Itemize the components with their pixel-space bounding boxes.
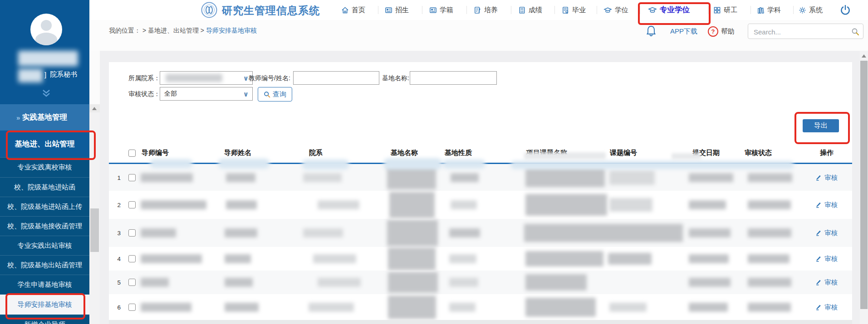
- sidebar: ] 院系秘书 » 实践基地管理 ⌄ 基地进、出站管理 专业实践离校审核 校、院级…: [0, 0, 89, 324]
- nav-item-status[interactable]: 学籍: [429, 0, 453, 20]
- sidebar-scrollbar-thumb[interactable]: [90, 208, 99, 252]
- row-checkbox[interactable]: [128, 255, 136, 262]
- sidebar-item-entry-letter[interactable]: 校、院级基地进站函: [0, 177, 89, 197]
- nav-divider: [750, 6, 751, 14]
- breadcrumb-separator: >: [201, 27, 204, 34]
- sidebar-item-entry-letter-upload[interactable]: 校、院级基地进站函上传: [0, 197, 89, 216]
- gear-icon: [799, 6, 806, 14]
- redacted-department-value: [166, 74, 222, 82]
- edit-pencil-icon: [815, 202, 822, 208]
- table-row: 3 审核: [109, 219, 852, 247]
- col-base-type: 基地性质: [445, 149, 472, 157]
- sidebar-item-add-enterprise-mentor[interactable]: 新增企业导师: [0, 314, 89, 324]
- edit-pencil-icon: [815, 230, 822, 237]
- col-actions: 操作: [820, 149, 834, 157]
- nav-item-graduation[interactable]: 毕业: [562, 0, 586, 20]
- review-link[interactable]: 审核: [815, 174, 838, 182]
- nav-item-system[interactable]: 系统: [799, 0, 823, 20]
- teacher-label: 教师编号/姓名:: [249, 71, 290, 85]
- nav-item-grades[interactable]: 成绩: [518, 0, 542, 20]
- query-button[interactable]: 查询: [258, 87, 292, 102]
- redacted-overlay: [672, 153, 701, 160]
- col-project-id: 课题编号: [610, 149, 637, 157]
- horizontal-scrollbar[interactable]: [109, 320, 852, 324]
- avatar[interactable]: [30, 14, 62, 45]
- app-window: 研究生管理信息系统 首页 招生 学籍 培养 成绩 毕业 学位 专业学位 研: [0, 0, 868, 324]
- nav-divider: [640, 6, 640, 14]
- row-number: 6: [113, 304, 121, 311]
- sidebar-item-leave-school-review[interactable]: 专业实践离校审核: [0, 157, 89, 177]
- sidebar-item-exit-letter[interactable]: 校、院级基地出站函管理: [0, 255, 89, 275]
- redacted-user-unit: [18, 69, 43, 82]
- nav-item-degree[interactable]: 学位: [603, 0, 628, 20]
- nav-divider: [554, 6, 555, 14]
- row-number: 2: [113, 202, 121, 208]
- nav-item-student-affairs[interactable]: 研工: [713, 0, 737, 20]
- breadcrumb-prefix: 我的位置：: [109, 27, 141, 34]
- search-input[interactable]: [753, 25, 850, 38]
- scroll-up-arrow[interactable]: [860, 52, 868, 59]
- breadcrumb-item-parent[interactable]: 基地进、出站管理: [148, 27, 199, 34]
- row-checkbox[interactable]: [128, 304, 136, 311]
- status-select[interactable]: 全部 ∨: [160, 87, 253, 101]
- grad-cap-icon: [603, 6, 612, 14]
- col-mentor-id: 导师编号: [142, 149, 169, 157]
- sidebar-item-mentor-arrange-review[interactable]: 导师安排基地审核: [0, 295, 89, 314]
- breadcrumb: 我的位置： > 基地进、出站管理 > 导师安排基地审核: [109, 27, 257, 35]
- nav-item-home[interactable]: 首页: [341, 0, 365, 20]
- table-row: 2 审核: [109, 191, 852, 219]
- nav-item-professional-degree[interactable]: 专业学位: [648, 0, 690, 20]
- card-icon: [385, 6, 392, 14]
- chevron-double-down-icon[interactable]: [40, 89, 52, 98]
- edit-pencil-icon: [815, 279, 822, 286]
- review-link[interactable]: 审核: [815, 278, 838, 287]
- main-scrollbar-thumb[interactable]: [860, 61, 868, 309]
- table-header: 导师编号 导师姓名 院系 基地名称 基地性质 项目课题名称 课题编号 提交日期 …: [109, 144, 852, 163]
- nav-item-discipline[interactable]: 学科: [757, 0, 781, 20]
- review-link[interactable]: 审核: [815, 303, 838, 312]
- sidebar-group-practice-base[interactable]: » 实践基地管理: [0, 104, 89, 131]
- review-link[interactable]: 审核: [815, 255, 838, 263]
- sidebar-item-exit-review[interactable]: 专业实践出站审核: [0, 236, 89, 255]
- sidebar-item-acceptance-letter[interactable]: 校、院级基地接收函管理: [0, 216, 89, 236]
- review-link[interactable]: 审核: [815, 201, 838, 209]
- row-checkbox[interactable]: [128, 229, 136, 237]
- scroll-up-arrow[interactable]: [89, 104, 100, 112]
- row-checkbox[interactable]: [128, 201, 136, 208]
- grid-icon: [713, 6, 721, 14]
- table-row: 4 审核: [109, 247, 852, 271]
- bell-icon[interactable]: [646, 25, 657, 37]
- sidebar-group-base-in-out[interactable]: ⌄ 基地进、出站管理: [0, 131, 89, 157]
- redacted-user-name: [18, 51, 78, 66]
- export-button[interactable]: 导出: [803, 119, 839, 132]
- row-checkbox[interactable]: [128, 174, 136, 181]
- search-icon[interactable]: [851, 28, 859, 36]
- help-link[interactable]: ? 帮助: [708, 26, 735, 37]
- nav-divider: [422, 6, 422, 14]
- grad-cap-icon: [648, 6, 657, 14]
- power-icon[interactable]: [839, 4, 851, 16]
- nav-divider: [597, 6, 597, 14]
- teacher-input[interactable]: [293, 71, 379, 85]
- sidebar-item-student-apply-review[interactable]: 学生申请基地审核: [0, 275, 89, 295]
- nav-item-training[interactable]: 培养: [474, 0, 498, 20]
- home-icon: [341, 6, 349, 14]
- col-department: 院系: [309, 149, 323, 157]
- col-review-status: 审核状态: [745, 149, 772, 157]
- base-name-input[interactable]: [410, 71, 497, 85]
- row-checkbox[interactable]: [128, 279, 136, 286]
- nav-item-admission[interactable]: 招生: [385, 0, 409, 20]
- breadcrumb-item-current: 导师安排基地审核: [206, 27, 257, 34]
- table-row: 5 审核: [109, 271, 852, 294]
- card-icon: [429, 6, 437, 14]
- department-select[interactable]: ∨: [160, 71, 253, 85]
- university-logo-icon: [201, 2, 217, 18]
- row-number: 4: [113, 256, 121, 262]
- department-label: 所属院系：: [128, 71, 160, 85]
- app-download-link[interactable]: APP下载: [670, 27, 697, 36]
- select-all-checkbox[interactable]: [128, 150, 136, 157]
- row-number: 3: [113, 230, 121, 237]
- redacted-overlay: [524, 152, 606, 160]
- edit-pencil-icon: [815, 304, 822, 311]
- review-link[interactable]: 审核: [815, 229, 838, 237]
